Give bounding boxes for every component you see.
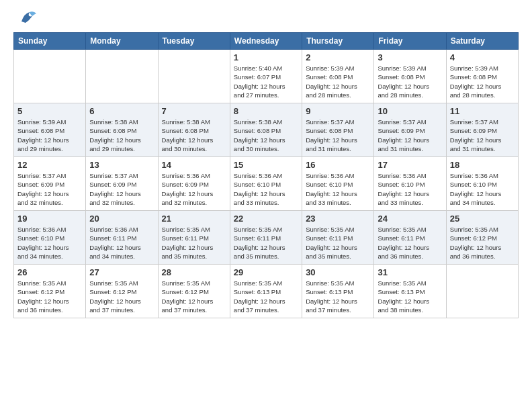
day-number: 9 [306, 106, 370, 116]
day-number: 6 [89, 106, 154, 116]
day-info: Sunrise: 5:36 AM Sunset: 6:09 PM Dayligh… [162, 171, 226, 207]
calendar-week-row: 26Sunrise: 5:35 AM Sunset: 6:12 PM Dayli… [14, 265, 519, 318]
day-number: 21 [162, 214, 226, 224]
day-number: 3 [378, 52, 442, 62]
col-header-tuesday: Tuesday [158, 33, 230, 50]
calendar-cell [446, 265, 518, 318]
day-number: 30 [306, 267, 370, 277]
day-number: 24 [378, 214, 442, 224]
day-number: 27 [89, 267, 154, 277]
calendar-cell: 3Sunrise: 5:39 AM Sunset: 6:08 PM Daylig… [374, 50, 446, 103]
day-number: 7 [162, 106, 226, 116]
day-info: Sunrise: 5:38 AM Sunset: 6:08 PM Dayligh… [89, 118, 154, 153]
calendar-cell: 26Sunrise: 5:35 AM Sunset: 6:12 PM Dayli… [14, 265, 86, 318]
day-number: 4 [450, 52, 515, 62]
day-info: Sunrise: 5:39 AM Sunset: 6:08 PM Dayligh… [378, 64, 442, 99]
calendar-cell: 28Sunrise: 5:35 AM Sunset: 6:12 PM Dayli… [158, 265, 230, 318]
bird-icon [16, 8, 38, 27]
day-info: Sunrise: 5:35 AM Sunset: 6:13 PM Dayligh… [234, 279, 298, 314]
day-number: 12 [17, 160, 82, 170]
calendar-week-row: 5Sunrise: 5:39 AM Sunset: 6:08 PM Daylig… [14, 103, 519, 157]
calendar-cell: 5Sunrise: 5:39 AM Sunset: 6:08 PM Daylig… [14, 103, 86, 157]
day-number: 15 [234, 160, 298, 170]
calendar-cell: 24Sunrise: 5:35 AM Sunset: 6:11 PM Dayli… [374, 211, 446, 265]
day-info: Sunrise: 5:38 AM Sunset: 6:08 PM Dayligh… [162, 118, 226, 153]
day-info: Sunrise: 5:36 AM Sunset: 6:10 PM Dayligh… [306, 171, 370, 207]
calendar-week-row: 19Sunrise: 5:36 AM Sunset: 6:10 PM Dayli… [14, 211, 519, 265]
col-header-saturday: Saturday [446, 33, 518, 50]
calendar-cell: 10Sunrise: 5:37 AM Sunset: 6:09 PM Dayli… [374, 103, 446, 157]
calendar-cell: 30Sunrise: 5:35 AM Sunset: 6:13 PM Dayli… [302, 265, 374, 318]
calendar-cell: 31Sunrise: 5:35 AM Sunset: 6:13 PM Dayli… [374, 265, 446, 318]
day-number: 18 [450, 160, 515, 170]
calendar-cell [14, 50, 86, 103]
day-info: Sunrise: 5:35 AM Sunset: 6:13 PM Dayligh… [306, 279, 370, 314]
day-number: 14 [162, 160, 226, 170]
calendar-cell: 23Sunrise: 5:35 AM Sunset: 6:11 PM Dayli… [302, 211, 374, 265]
day-info: Sunrise: 5:36 AM Sunset: 6:10 PM Dayligh… [17, 225, 82, 261]
calendar-week-row: 12Sunrise: 5:37 AM Sunset: 6:09 PM Dayli… [14, 157, 519, 211]
calendar-cell: 2Sunrise: 5:39 AM Sunset: 6:08 PM Daylig… [302, 50, 374, 103]
col-header-monday: Monday [86, 33, 158, 50]
calendar-table: SundayMondayTuesdayWednesdayThursdayFrid… [13, 32, 519, 318]
calendar-cell: 7Sunrise: 5:38 AM Sunset: 6:08 PM Daylig… [158, 103, 230, 157]
day-number: 11 [450, 106, 515, 116]
calendar-cell: 17Sunrise: 5:36 AM Sunset: 6:10 PM Dayli… [374, 157, 446, 211]
day-info: Sunrise: 5:37 AM Sunset: 6:08 PM Dayligh… [306, 118, 370, 153]
calendar-cell [86, 50, 158, 103]
calendar-cell: 12Sunrise: 5:37 AM Sunset: 6:09 PM Dayli… [14, 157, 86, 211]
day-info: Sunrise: 5:39 AM Sunset: 6:08 PM Dayligh… [17, 118, 82, 153]
calendar-cell: 6Sunrise: 5:38 AM Sunset: 6:08 PM Daylig… [86, 103, 158, 157]
day-info: Sunrise: 5:35 AM Sunset: 6:11 PM Dayligh… [378, 225, 442, 261]
calendar-cell: 13Sunrise: 5:37 AM Sunset: 6:09 PM Dayli… [86, 157, 158, 211]
day-info: Sunrise: 5:35 AM Sunset: 6:12 PM Dayligh… [450, 225, 515, 261]
calendar-cell: 1Sunrise: 5:40 AM Sunset: 6:07 PM Daylig… [230, 50, 302, 103]
calendar-cell: 19Sunrise: 5:36 AM Sunset: 6:10 PM Dayli… [14, 211, 86, 265]
calendar-cell: 14Sunrise: 5:36 AM Sunset: 6:09 PM Dayli… [158, 157, 230, 211]
calendar-cell: 16Sunrise: 5:36 AM Sunset: 6:10 PM Dayli… [302, 157, 374, 211]
day-number: 26 [17, 267, 82, 277]
day-number: 13 [89, 160, 154, 170]
day-info: Sunrise: 5:35 AM Sunset: 6:11 PM Dayligh… [234, 225, 298, 261]
day-number: 31 [378, 267, 442, 277]
calendar-cell: 29Sunrise: 5:35 AM Sunset: 6:13 PM Dayli… [230, 265, 302, 318]
day-number: 5 [17, 106, 82, 116]
col-header-friday: Friday [374, 33, 446, 50]
day-info: Sunrise: 5:39 AM Sunset: 6:08 PM Dayligh… [306, 64, 370, 99]
day-info: Sunrise: 5:37 AM Sunset: 6:09 PM Dayligh… [89, 171, 154, 207]
calendar-cell: 15Sunrise: 5:36 AM Sunset: 6:10 PM Dayli… [230, 157, 302, 211]
day-info: Sunrise: 5:37 AM Sunset: 6:09 PM Dayligh… [378, 118, 442, 153]
calendar-cell: 18Sunrise: 5:36 AM Sunset: 6:10 PM Dayli… [446, 157, 518, 211]
day-number: 20 [89, 214, 154, 224]
day-info: Sunrise: 5:35 AM Sunset: 6:12 PM Dayligh… [89, 279, 154, 314]
col-header-wednesday: Wednesday [230, 33, 302, 50]
day-info: Sunrise: 5:37 AM Sunset: 6:09 PM Dayligh… [450, 118, 515, 153]
day-number: 22 [234, 214, 298, 224]
day-number: 19 [17, 214, 82, 224]
day-info: Sunrise: 5:35 AM Sunset: 6:11 PM Dayligh… [306, 225, 370, 261]
day-info: Sunrise: 5:35 AM Sunset: 6:11 PM Dayligh… [162, 225, 226, 261]
calendar-cell: 20Sunrise: 5:36 AM Sunset: 6:11 PM Dayli… [86, 211, 158, 265]
day-number: 1 [234, 52, 298, 62]
day-number: 8 [234, 106, 298, 116]
page-header [13, 11, 519, 27]
calendar-cell: 4Sunrise: 5:39 AM Sunset: 6:08 PM Daylig… [446, 50, 518, 103]
day-info: Sunrise: 5:40 AM Sunset: 6:07 PM Dayligh… [234, 64, 298, 99]
day-number: 29 [234, 267, 298, 277]
day-info: Sunrise: 5:36 AM Sunset: 6:10 PM Dayligh… [378, 171, 442, 207]
calendar-cell: 25Sunrise: 5:35 AM Sunset: 6:12 PM Dayli… [446, 211, 518, 265]
day-number: 28 [162, 267, 226, 277]
day-number: 25 [450, 214, 515, 224]
calendar-cell: 8Sunrise: 5:38 AM Sunset: 6:08 PM Daylig… [230, 103, 302, 157]
calendar-cell: 9Sunrise: 5:37 AM Sunset: 6:08 PM Daylig… [302, 103, 374, 157]
calendar-cell [158, 50, 230, 103]
calendar-header-row: SundayMondayTuesdayWednesdayThursdayFrid… [14, 33, 519, 50]
calendar-cell: 22Sunrise: 5:35 AM Sunset: 6:11 PM Dayli… [230, 211, 302, 265]
day-info: Sunrise: 5:36 AM Sunset: 6:10 PM Dayligh… [234, 171, 298, 207]
day-info: Sunrise: 5:35 AM Sunset: 6:12 PM Dayligh… [17, 279, 82, 314]
logo [13, 11, 38, 27]
col-header-thursday: Thursday [302, 33, 374, 50]
day-number: 2 [306, 52, 370, 62]
calendar-week-row: 1Sunrise: 5:40 AM Sunset: 6:07 PM Daylig… [14, 50, 519, 103]
calendar-cell: 11Sunrise: 5:37 AM Sunset: 6:09 PM Dayli… [446, 103, 518, 157]
